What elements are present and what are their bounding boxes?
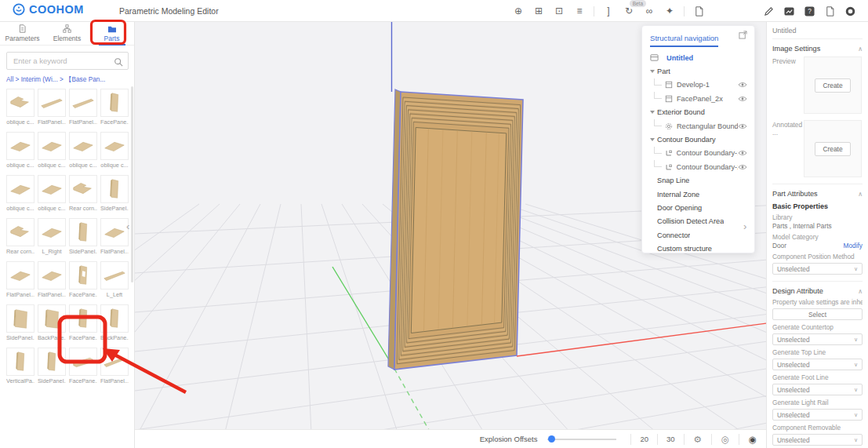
settings-icon[interactable] [840, 0, 860, 22]
part-thumbnail[interactable] [69, 132, 97, 160]
export-doc-icon[interactable] [688, 0, 709, 22]
part-thumbnail[interactable] [69, 304, 97, 333]
part-item-sidepanel-14[interactable]: SidePanel... [69, 218, 97, 255]
tree-item-contour-boundary[interactable]: Contour Boundary [642, 133, 754, 146]
tree-item-connector[interactable]: Connector [642, 228, 754, 242]
search-input[interactable] [6, 52, 129, 70]
caret-down-icon[interactable] [650, 138, 655, 141]
structural-navigation-title[interactable]: Structural navigation [650, 34, 718, 47]
part-item-facepane-26[interactable]: FacePane... [69, 348, 97, 384]
part-thumbnail[interactable] [38, 89, 66, 117]
tree-item-rectangular-bound[interactable]: Rectangular Bound [642, 119, 754, 133]
wand-icon[interactable]: ✦ [659, 0, 680, 22]
document-icon[interactable] [819, 0, 840, 22]
field-select-generate-countertop[interactable]: Unselected∨ [772, 333, 863, 345]
part-thumbnail[interactable] [100, 175, 129, 203]
part-item-flatpanel-15[interactable]: FlatPanel... [100, 218, 129, 255]
part-thumbnail[interactable] [38, 348, 66, 376]
tree-item-internal-zone[interactable]: Internal Zone [642, 188, 754, 201]
tab-elements[interactable]: Elements [45, 22, 89, 45]
offset-button-30[interactable]: 30 [664, 435, 677, 443]
part-item-obliquec-8[interactable]: oblique c... [6, 175, 35, 212]
part-item-sidepanel-11[interactable]: SidePanel... [100, 175, 129, 212]
part-item-flatpanel-2[interactable]: FlatPanel... [69, 89, 97, 126]
tab-parameters[interactable]: Parameters [0, 22, 45, 45]
visibility-eye-icon[interactable] [738, 164, 747, 170]
field-select-generate-top-line[interactable]: Unselected∨ [772, 359, 863, 370]
part-item-flatpanel-27[interactable]: FlatPanel... [100, 348, 129, 384]
tree-item-collision-detect-area[interactable]: Collision Detect Area [642, 215, 754, 228]
part-attributes-header[interactable]: Part Attributes ∧ [772, 190, 863, 198]
part-item-obliquec-9[interactable]: oblique c... [38, 175, 66, 212]
link-icon[interactable]: ∞ [639, 0, 659, 22]
image-settings-header[interactable]: Image Settings ∧ [772, 45, 863, 53]
part-item-sidepanel-20[interactable]: SidePanel... [6, 304, 35, 341]
visibility-icon[interactable]: ◎ [718, 434, 732, 445]
part-item-obliquec-6[interactable]: oblique c... [69, 132, 97, 169]
part-thumbnail[interactable] [100, 218, 129, 246]
tree-item-contour-boundary-2[interactable]: Contour Boundary-2 [642, 160, 754, 173]
part-thumbnail[interactable] [100, 304, 129, 333]
sync-icon[interactable]: ↻Beta [619, 0, 639, 22]
part-thumbnail[interactable] [100, 132, 129, 160]
part-item-obliquec-4[interactable]: oblique c... [6, 132, 35, 169]
tree-item-part[interactable]: Part [642, 64, 754, 78]
part-thumbnail[interactable] [38, 261, 66, 290]
part-thumbnail[interactable] [6, 218, 35, 246]
list-settings-icon[interactable]: ≡ [569, 0, 590, 22]
part-item-rearcorn-12[interactable]: Rear corn... [6, 218, 35, 255]
slider-handle[interactable] [548, 435, 555, 443]
design-attribute-header[interactable]: Design Attribute ∧ [772, 287, 863, 295]
field-select-generate-foot-line[interactable]: Unselected∨ [772, 384, 863, 395]
part-item-flatpanel-1[interactable]: FlatPanel... [38, 89, 66, 126]
orbit-icon[interactable]: ◉ [746, 434, 760, 445]
create-annotated-button[interactable]: Create [815, 142, 850, 156]
part-thumbnail[interactable] [100, 261, 129, 290]
part-thumbnail[interactable] [38, 175, 66, 203]
part-thumbnail[interactable] [100, 89, 129, 117]
modify-link[interactable]: Modify [844, 242, 863, 249]
expand-panel-icon[interactable] [739, 28, 747, 47]
part-thumbnail[interactable] [6, 175, 35, 203]
part-item-verticalpa-24[interactable]: VerticalPa... [6, 348, 35, 384]
part-item-sidepanel-25[interactable]: SidePanel... [38, 348, 66, 384]
breadcrumb[interactable]: All > Interim (Wi... > 【Base Pan... [6, 75, 130, 84]
part-thumbnail[interactable] [6, 304, 35, 333]
part-thumbnail[interactable] [69, 348, 97, 376]
help-icon[interactable]: ? [799, 0, 819, 22]
field-select-component-removable[interactable]: Unselected∨ [772, 434, 863, 446]
part-thumbnail[interactable] [100, 348, 129, 376]
part-item-facepane-3[interactable]: FacePane... [100, 89, 129, 126]
tree-item-develop-1[interactable]: Develop-1 [642, 78, 754, 92]
part-item-backpane-23[interactable]: BackPane... [100, 304, 129, 341]
part-thumbnail[interactable] [38, 132, 66, 160]
part-item-flatpanel-16[interactable]: FlatPanel... [6, 261, 35, 298]
caret-down-icon[interactable] [650, 70, 655, 73]
edit-pencil-icon[interactable] [758, 0, 779, 22]
render-settings-icon[interactable]: ⚙ [691, 434, 705, 445]
part-thumbnail[interactable] [69, 218, 97, 246]
position-method-select[interactable]: Unselected ∨ [772, 263, 863, 275]
part-item-rearcorn-10[interactable]: Rear corn... [69, 175, 97, 212]
tree-item-door-opening[interactable]: Door Opening [642, 201, 754, 214]
coohom-logo[interactable]: COOHOM [13, 3, 84, 16]
part-thumbnail[interactable] [6, 89, 35, 117]
tree-item-untitled[interactable]: Untitled [642, 51, 754, 64]
explosion-offsets-slider[interactable] [547, 435, 616, 443]
offset-button-20[interactable]: 20 [637, 435, 651, 443]
part-thumbnail[interactable] [69, 89, 97, 117]
bracket-icon[interactable]: ] [598, 0, 619, 22]
tab-parts[interactable]: Parts [89, 22, 134, 45]
part-item-l_left-19[interactable]: L_Left [100, 261, 129, 298]
caret-down-icon[interactable] [650, 111, 655, 114]
part-item-obliquec-0[interactable]: oblique c... [6, 89, 35, 126]
part-item-facepane-18[interactable]: FacePane... [69, 261, 97, 298]
tree-item-snap-line[interactable]: Snap Line [642, 174, 754, 188]
create-preview-button[interactable]: Create [815, 78, 850, 93]
tree-item-contour-boundary-1[interactable]: Contour Boundary-1 [642, 147, 754, 160]
part-thumbnail[interactable] [38, 304, 66, 333]
part-item-flatpanel-17[interactable]: FlatPanel... [38, 261, 66, 298]
part-item-l_right-13[interactable]: L_Right [38, 218, 66, 255]
layout-grid-icon[interactable]: ⊞ [528, 0, 549, 22]
part-thumbnail[interactable] [69, 175, 97, 203]
